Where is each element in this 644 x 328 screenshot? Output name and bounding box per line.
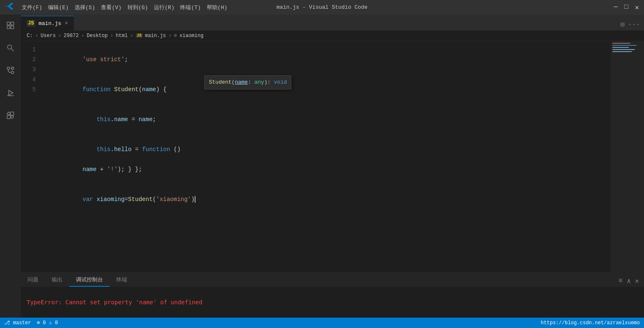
line-numbers: 1 2 3 4 5: [21, 41, 42, 272]
code-line-2: function Student(name) {: [48, 75, 611, 104]
minimap-content: [611, 41, 644, 55]
panel-tab-terminal[interactable]: 终端: [110, 273, 134, 287]
breadcrumb-users[interactable]: Users: [41, 33, 56, 39]
panel-close-icon[interactable]: ✕: [635, 277, 639, 285]
breadcrumb-desktop[interactable]: Desktop: [87, 33, 108, 39]
menu-terminal[interactable]: 终端(T): [180, 4, 200, 11]
tooltip-param-name: name: [235, 79, 248, 85]
breadcrumb-html[interactable]: html: [116, 33, 128, 39]
tabs-bar-actions: ⊟ ···: [621, 20, 644, 30]
breadcrumb-sep-2: ›: [58, 33, 61, 39]
tooltip-param-type: any: [254, 79, 264, 85]
close-button[interactable]: ✕: [635, 3, 639, 12]
maximize-button[interactable]: □: [624, 3, 629, 12]
titlebar: 文件(F) 编辑(E) 选择(S) 查看(V) 转到(G) 运行(R) 终端(T…: [0, 0, 644, 15]
svg-rect-13: [7, 115, 10, 119]
code-line-4: this.hello = function () name + '!'); } …: [48, 134, 611, 184]
breadcrumb-drive[interactable]: C:: [27, 33, 33, 39]
breadcrumb-symbol-name[interactable]: xiaoming: [180, 33, 204, 39]
code-line-3: this.name = name;: [48, 104, 611, 134]
breadcrumb-sep-6: ›: [168, 33, 171, 39]
minimap: [611, 41, 644, 272]
breadcrumb-sep-1: ›: [35, 33, 38, 39]
vscode-logo: [5, 2, 14, 13]
split-editor-icon[interactable]: ⊟: [621, 20, 625, 29]
code-line-1: 'use strict';: [48, 45, 611, 75]
activity-extensions[interactable]: [3, 108, 18, 123]
panel-tab-debug-console[interactable]: 调试控制台: [69, 273, 110, 287]
minimize-button[interactable]: ─: [614, 3, 618, 12]
tooltip-paren-close: ):: [264, 79, 274, 85]
svg-point-4: [8, 45, 12, 49]
svg-line-5: [11, 49, 14, 51]
editor-area: JS main.js × ⊟ ··· C: › Users › 29872 › …: [21, 15, 644, 318]
panel-actions: ≡ ∧ ✕: [619, 277, 644, 287]
titlebar-left: 文件(F) 编辑(E) 选择(S) 查看(V) 转到(G) 运行(R) 终端(T…: [5, 2, 227, 13]
panel-content: TypeError: Cannot set property 'name' of…: [21, 287, 644, 318]
svg-point-7: [11, 71, 14, 74]
tabs-bar: JS main.js × ⊟ ···: [21, 15, 644, 30]
status-branch[interactable]: ⎇ master: [4, 320, 31, 326]
tooltip-return-type: void: [274, 79, 287, 85]
menu-file[interactable]: 文件(F): [22, 4, 42, 11]
code-line-5: var xiaoming=Student('xiaoming'): [48, 184, 611, 214]
tab-close-button[interactable]: ×: [65, 20, 68, 27]
activity-search[interactable]: [3, 40, 18, 55]
breadcrumb-sep-4: ›: [110, 33, 113, 39]
window-title: main.js - Visual Studio Code: [276, 4, 367, 10]
menu-view[interactable]: 查看(V): [101, 4, 121, 11]
panel-list-icon[interactable]: ≡: [619, 277, 623, 285]
svg-rect-2: [7, 26, 10, 29]
tab-main-js[interactable]: JS main.js ×: [21, 16, 74, 30]
more-actions-icon[interactable]: ···: [628, 21, 640, 28]
tooltip-colon: :: [248, 79, 255, 85]
status-url: https://blog.csdn.net/azraelxuemo: [541, 320, 640, 326]
svg-rect-3: [11, 26, 14, 29]
activity-bar: [0, 15, 21, 318]
status-right: https://blog.csdn.net/azraelxuemo: [541, 320, 640, 326]
status-errors[interactable]: ⊗ 0 ⚠ 0: [37, 320, 58, 326]
activity-source-control[interactable]: [3, 63, 18, 78]
breadcrumb-sep-3: ›: [81, 33, 84, 39]
code-editor[interactable]: 1 2 3 4 5 'use strict'; function Student…: [21, 41, 644, 272]
panel-tab-output[interactable]: 输出: [45, 273, 69, 287]
svg-point-6: [7, 67, 10, 70]
error-message: TypeError: Cannot set property 'name' of…: [27, 299, 638, 306]
panel-tab-problems[interactable]: 问题: [21, 273, 45, 287]
tooltip-fn-name: Student: [209, 79, 232, 85]
menu-goto[interactable]: 转到(G): [128, 4, 148, 11]
tab-filename: main.js: [38, 20, 61, 27]
breadcrumb: C: › Users › 29872 › Desktop › html › JS…: [21, 30, 644, 41]
bottom-panel: 问题 输出 调试控制台 终端 ≡ ∧ ✕ TypeError: Cannot s…: [21, 272, 644, 318]
breadcrumb-sep-5: ›: [130, 33, 133, 39]
svg-rect-0: [7, 22, 10, 25]
breadcrumb-symbol-icon: ⊙: [174, 32, 177, 39]
panel-up-icon[interactable]: ∧: [627, 277, 631, 285]
window-controls: ─ □ ✕: [614, 3, 639, 12]
svg-rect-14: [10, 112, 14, 115]
status-bar: ⎇ master ⊗ 0 ⚠ 0 https://blog.csdn.net/a…: [0, 318, 644, 328]
activity-explorer[interactable]: [3, 18, 18, 33]
svg-marker-11: [9, 90, 13, 95]
status-left: ⎇ master ⊗ 0 ⚠ 0: [4, 320, 58, 326]
main-layout: JS main.js × ⊟ ··· C: › Users › 29872 › …: [0, 15, 644, 318]
menu-select[interactable]: 选择(S): [75, 4, 95, 11]
breadcrumb-29872[interactable]: 29872: [64, 33, 79, 39]
breadcrumb-file[interactable]: main.js: [145, 33, 166, 39]
titlebar-menu: 文件(F) 编辑(E) 选择(S) 查看(V) 转到(G) 运行(R) 终端(T…: [22, 4, 227, 11]
autocomplete-tooltip: Student(name: any): void: [204, 75, 291, 89]
menu-edit[interactable]: 编辑(E): [48, 4, 68, 11]
panel-tabs: 问题 输出 调试控制台 终端 ≡ ∧ ✕: [21, 272, 644, 287]
activity-run[interactable]: [3, 85, 18, 100]
svg-rect-1: [11, 22, 14, 25]
menu-help[interactable]: 帮助(H): [207, 4, 227, 11]
js-file-icon: JS: [27, 20, 35, 27]
code-content[interactable]: 'use strict'; function Student(name) { t…: [42, 41, 611, 272]
menu-run[interactable]: 运行(R): [154, 4, 174, 11]
breadcrumb-js-icon: JS: [136, 33, 143, 38]
